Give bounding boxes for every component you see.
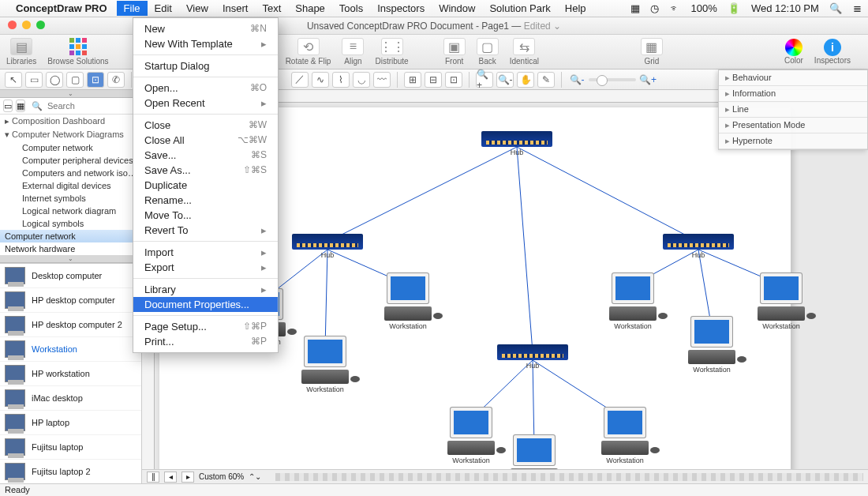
diagram-hub[interactable]: Hub <box>292 234 363 259</box>
filemenu-import[interactable]: Import <box>133 245 278 260</box>
front-button[interactable]: ▣Front <box>443 38 466 66</box>
identical-button[interactable]: ⇆Identical <box>510 38 539 66</box>
inspector-line[interactable]: Line <box>719 102 867 118</box>
filemenu-export[interactable]: Export <box>133 260 278 275</box>
filemenu-startup-dialog[interactable]: Startup Dialog <box>133 58 278 73</box>
ungroup-tool[interactable]: ⊟ <box>425 72 442 88</box>
lock-tool[interactable]: ⊡ <box>445 72 462 88</box>
menu-edit[interactable]: Edit <box>148 1 179 16</box>
zoom-window-button[interactable] <box>36 21 45 29</box>
diagram-hub[interactable]: Hub <box>481 131 552 156</box>
tree-external-digital-devices[interactable]: External digital devices <box>0 179 141 192</box>
filemenu-open-recent[interactable]: Open Recent <box>133 96 278 111</box>
zoom-out-icon[interactable]: 🔍- <box>496 72 514 88</box>
grid-view-icon[interactable]: ▦ <box>16 100 25 112</box>
shape-hp-desktop-computer[interactable]: HP desktop computer <box>0 288 141 313</box>
spline-tool[interactable]: 〰 <box>373 72 391 88</box>
align-button[interactable]: ≡Align <box>342 38 364 66</box>
browse-solutions-button[interactable]: Browse Solutions <box>47 38 108 66</box>
menu-shape[interactable]: Shape <box>288 1 332 16</box>
menu-solution-park[interactable]: Solution Park <box>482 1 557 16</box>
tree-computer-network[interactable]: Computer network <box>0 141 141 154</box>
diagram-workstation[interactable]: Workstation <box>294 336 357 393</box>
tree-composition-dashboard[interactable]: ▸ Composition Dashboard <box>0 115 141 128</box>
ellipse-tool[interactable]: ◯ <box>46 72 63 88</box>
floating-inspector[interactable]: BehaviourInformationLinePresentation Mod… <box>718 70 868 150</box>
tree-computers-and-network-isometric[interactable]: Computers and network isometric <box>0 167 141 179</box>
menu-help[interactable]: Help <box>558 1 593 16</box>
page-prev-btn[interactable]: ▸ <box>181 472 194 483</box>
clock-alt-icon[interactable]: ◷ <box>650 2 659 14</box>
eyedrop-tool[interactable]: ✎ <box>537 72 555 88</box>
distribute-button[interactable]: ⋮⋮Distribute <box>375 38 408 66</box>
shape-desktop-computer[interactable]: Desktop computer <box>0 264 141 288</box>
filemenu-document-properties-[interactable]: Document Properties... <box>133 297 278 312</box>
menu-tools[interactable]: Tools <box>332 1 370 16</box>
hand-tool[interactable]: ✋ <box>517 72 534 88</box>
control-center-icon[interactable]: ▦ <box>630 2 640 14</box>
diagram-workstation[interactable]: Workstation <box>601 273 664 330</box>
menu-text[interactable]: Text <box>255 1 288 16</box>
inspector-information[interactable]: Information <box>719 86 867 102</box>
shape-fujitsu-laptop-2[interactable]: Fujitsu laptop 2 <box>0 460 141 483</box>
edited-indicator[interactable]: Edited <box>524 21 551 32</box>
list-view-icon[interactable]: ▭ <box>3 100 13 112</box>
inspector-hypernote[interactable]: Hypernote <box>719 133 867 149</box>
shape-imac-desktop[interactable]: iMac desktop <box>0 386 141 411</box>
filemenu-library[interactable]: Library <box>133 282 278 297</box>
menu-insert[interactable]: Insert <box>215 1 256 16</box>
diagram-workstation[interactable]: Workstation <box>750 273 813 330</box>
minimize-window-button[interactable] <box>22 21 31 29</box>
pointer-tool[interactable]: ↖ <box>5 72 22 88</box>
diagram-workstation[interactable]: Workstation <box>440 408 503 464</box>
filemenu-rename-[interactable]: Rename... <box>133 193 278 208</box>
zoom-minus-button[interactable]: 🔍- <box>568 72 586 88</box>
connector-tool[interactable]: ⊡ <box>87 72 104 88</box>
filemenu-new-with-template[interactable]: New With Template <box>133 36 278 51</box>
menu-window[interactable]: Window <box>432 1 482 16</box>
filemenu-new[interactable]: New⌘N <box>133 21 278 36</box>
filemenu-open-[interactable]: Open...⌘O <box>133 81 278 96</box>
filemenu-move-to-[interactable]: Move To... <box>133 208 278 223</box>
tree-logical-symbols[interactable]: Logical symbols <box>0 217 141 230</box>
curve-tool[interactable]: ∿ <box>312 72 329 88</box>
app-name[interactable]: ConceptDraw PRO <box>16 2 107 14</box>
diagram-workstation[interactable]: Workstation <box>593 408 657 464</box>
filemenu-print-[interactable]: Print...⌘P <box>133 334 278 349</box>
panel-collapse-1[interactable]: ⌄ <box>0 90 141 98</box>
group-tool[interactable]: ⊞ <box>404 72 421 88</box>
menu-inspectors[interactable]: Inspectors <box>370 1 432 16</box>
filemenu-save-as-[interactable]: Save As...⇧⌘S <box>133 163 278 178</box>
filemenu-save-[interactable]: Save...⌘S <box>133 148 278 163</box>
shape-hp-desktop-computer-2[interactable]: HP desktop computer 2 <box>0 313 141 337</box>
menu-file[interactable]: File <box>117 1 148 16</box>
list-icon[interactable]: ≣ <box>853 2 862 14</box>
tree-computer-network[interactable]: Computer network <box>0 230 141 242</box>
close-window-button[interactable] <box>8 21 17 29</box>
zoom-slider[interactable] <box>589 78 636 81</box>
rotate-flip-button[interactable]: ⟲Rotate & Flip <box>286 38 331 66</box>
inspector-behaviour[interactable]: Behaviour <box>719 70 867 86</box>
menu-view[interactable]: View <box>179 1 215 16</box>
zoom-plus-button[interactable]: 🔍+ <box>639 72 657 88</box>
filemenu-duplicate[interactable]: Duplicate <box>133 178 278 193</box>
rounded-tool[interactable]: ▢ <box>66 72 84 88</box>
spotlight-icon[interactable]: 🔍 <box>829 2 842 14</box>
filemenu-revert-to[interactable]: Revert To <box>133 223 278 238</box>
tree-computer-network-diagrams[interactable]: ▾ Computer Network Diagrams <box>0 128 141 141</box>
color-button[interactable]: Color <box>784 39 803 65</box>
diagram-workstation[interactable]: Workstation <box>680 317 743 374</box>
back-button[interactable]: ▢Back <box>477 38 499 66</box>
page-first-btn[interactable]: ◂ <box>164 472 177 483</box>
zoom-display[interactable]: Custom 60% <box>199 472 244 481</box>
shape-workstation[interactable]: Workstation <box>0 337 141 362</box>
diagram-hub[interactable]: Hub <box>497 344 568 370</box>
diagram-workstation[interactable]: Workstation <box>376 273 440 330</box>
filemenu-close[interactable]: Close⌘W <box>133 118 278 133</box>
line-tool[interactable]: ／ <box>291 72 309 88</box>
tree-network-hardware[interactable]: Network hardware <box>0 242 141 255</box>
panel-collapse-2[interactable]: ⌄ <box>0 255 141 263</box>
phone-icon[interactable]: ✆ <box>107 72 125 88</box>
filemenu-page-setup-[interactable]: Page Setup...⇧⌘P <box>133 319 278 334</box>
horizontal-scrollbar[interactable] <box>275 473 863 481</box>
